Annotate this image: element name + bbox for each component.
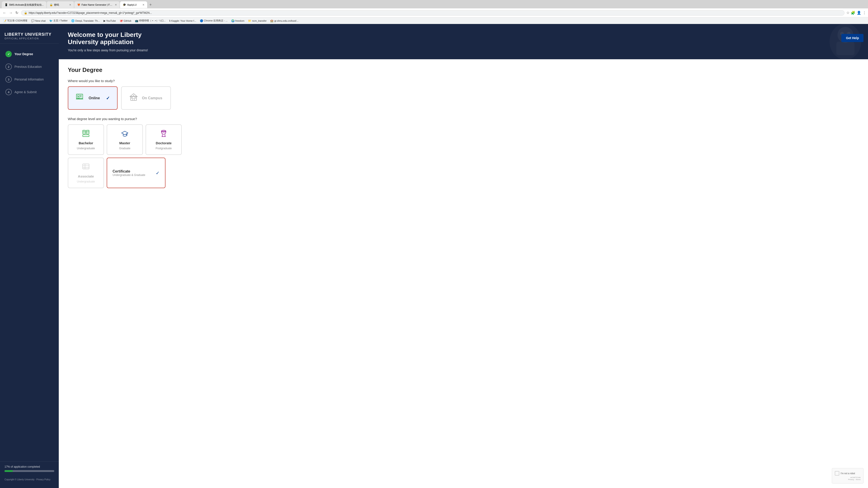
svg-rect-6	[78, 95, 79, 96]
get-help-button[interactable]: Get Help	[841, 34, 864, 42]
tab-title-sms: SMS-Activate是在线接受短信...	[9, 3, 43, 6]
bookmark-ncm[interactable]: 📁 ncm_transfer	[247, 19, 268, 23]
degree-section: What degree level are you wanting to pur…	[68, 117, 859, 188]
step-circle-previous-education: 2	[5, 64, 12, 70]
bookmark-youtube[interactable]: ▶ YouTube	[102, 19, 117, 23]
svg-rect-20	[83, 132, 86, 132]
bookmark-github-label: GitHub	[124, 20, 131, 22]
tab-close-applylu[interactable]: ×	[143, 3, 145, 6]
toolbar-icons: ☆ 🧩 👤 ⋮	[846, 11, 866, 15]
bookmark-twitter-icon: 🐦	[49, 19, 53, 22]
svg-rect-30	[83, 164, 89, 169]
sidebar-item-your-degree[interactable]: ✓ Your Degree	[4, 48, 55, 60]
tab-fakename[interactable]: 🦊 Fake Name Generator | Faux|... ×	[74, 1, 120, 8]
back-button[interactable]: ←	[2, 10, 7, 16]
degree-card-doctorate[interactable]: Doctorate Postgraduate	[146, 124, 182, 155]
bookmark-newchat[interactable]: 💬 New chat	[30, 19, 47, 23]
bookmark-github[interactable]: 🐙 GitHub	[118, 19, 133, 23]
step-label-agree-submit: Agree & Submit	[14, 90, 37, 94]
bookmark-kaggle-label: Kaggle: Your Home f...	[171, 20, 196, 22]
bachelor-title: Bachelor	[79, 141, 93, 145]
svg-rect-24	[83, 135, 89, 136]
step-circle-personal-information: 3	[5, 76, 12, 83]
sidebar: LIBERTY UNIVERSITY OFFICIAL APPLICATION …	[0, 24, 59, 488]
tab-bar: 📱 SMS-Activate是在线接受短信... 🔒 密码 × 🦊 Fake N…	[0, 0, 868, 8]
sidebar-footer: Copyright © Liberty University · Privacy…	[0, 476, 59, 484]
tab-close-fakename[interactable]: ×	[115, 3, 117, 6]
svg-rect-19	[83, 131, 86, 132]
bookmark-twitter-label: 主页 / Twitter	[53, 19, 68, 22]
step-circle-agree-submit: 4	[5, 89, 12, 95]
page: LIBERTY UNIVERSITY OFFICIAL APPLICATION …	[0, 24, 868, 488]
url-text: https://apply.liberty.edu/?acode=C27223&…	[29, 11, 842, 14]
tab-title-fakename: Fake Name Generator | Faux|...	[82, 3, 114, 6]
bookmark-chrome-store[interactable]: 🔵 Chrome 应用商店 - ...	[198, 19, 229, 23]
step-label-personal-information: Personal Information	[14, 78, 43, 81]
svg-rect-2	[836, 41, 855, 55]
doctorate-icon	[160, 129, 168, 139]
doctorate-title: Doctorate	[156, 141, 172, 145]
bookmark-deepl[interactable]: 🌐 DeepL Translate: Th...	[70, 19, 101, 23]
section-title: Your Degree	[68, 66, 859, 73]
bookmark-kaggle-icon: k	[169, 19, 170, 22]
certificate-title: Certificate	[113, 170, 145, 174]
degree-cards-row1: Bachelor Undergraduate Master	[68, 124, 859, 155]
master-title: Master	[119, 141, 130, 145]
bookmark-freedom-label: freedom	[235, 20, 244, 22]
profile-icon[interactable]: 👤	[857, 11, 861, 15]
tab-sms[interactable]: 📱 SMS-Activate是在线接受短信...	[2, 1, 46, 8]
progress-bar-fill	[4, 470, 13, 472]
svg-rect-23	[86, 132, 89, 132]
bookmark-chrome-store-label: Chrome 应用商店 - ...	[204, 19, 228, 22]
bookmark-shnu-icon: 🏫	[270, 19, 274, 22]
step-label-your-degree: Your Degree	[14, 52, 33, 56]
svg-rect-7	[80, 95, 82, 95]
tab-pwd[interactable]: 🔒 密码 ×	[47, 1, 74, 8]
tab-close-pwd[interactable]: ×	[69, 3, 71, 6]
certificate-subtitle: Undergraduate & Graduate	[113, 174, 145, 177]
tab-applylu[interactable]: 🎓 ApplyLU ×	[120, 1, 147, 8]
bachelor-icon	[82, 129, 90, 139]
sidebar-item-personal-information[interactable]: 3 Personal Information	[4, 73, 55, 85]
degree-cards-row2: Associate Undergraduate Certificate Unde…	[68, 158, 859, 188]
bookmark-newchat-label: New chat	[35, 20, 46, 22]
refresh-button[interactable]: ↻	[14, 10, 19, 16]
bookmark-csdn-icon: 📝	[3, 19, 6, 22]
svg-rect-5	[76, 94, 83, 99]
step-circle-your-degree: ✓	[5, 51, 12, 57]
bachelor-subtitle: Undergraduate	[77, 147, 95, 150]
bookmark-bilibili[interactable]: 📺 哔哩哔哩（ • - •）つ口...	[133, 19, 167, 23]
associate-title: Associate	[78, 174, 94, 178]
extensions-icon[interactable]: 🧩	[851, 11, 855, 15]
master-icon	[121, 129, 129, 139]
bookmark-twitter[interactable]: 🐦 主页 / Twitter	[48, 19, 69, 23]
forward-button[interactable]: →	[8, 10, 13, 16]
url-bar[interactable]: 🔒 https://apply.liberty.edu/?acode=C2722…	[21, 10, 844, 16]
new-tab-button[interactable]: +	[148, 2, 154, 7]
browser-chrome: 📱 SMS-Activate是在线接受短信... 🔒 密码 × 🦊 Fake N…	[0, 0, 868, 24]
menu-icon[interactable]: ⋮	[863, 11, 866, 15]
doctorate-subtitle: Postgraduate	[156, 147, 172, 150]
svg-point-17	[133, 95, 134, 96]
svg-rect-22	[86, 131, 89, 132]
tab-favicon-fakename: 🦊	[77, 3, 80, 6]
bookmark-csdn[interactable]: 📝 写文章-CSDN博客	[2, 19, 29, 23]
bookmark-freedom-icon: 🌍	[231, 19, 235, 22]
bookmark-shnu[interactable]: 🏫 gr.shnu.edu.cn/ksxt/...	[269, 19, 300, 23]
bookmark-icon[interactable]: ☆	[846, 11, 849, 15]
degree-card-master[interactable]: Master Graduate	[107, 124, 143, 155]
bookmark-kaggle[interactable]: k Kaggle: Your Home f...	[168, 19, 197, 23]
degree-card-associate[interactable]: Associate Undergraduate	[68, 158, 104, 188]
degree-card-bachelor[interactable]: Bachelor Undergraduate	[68, 124, 104, 155]
campus-label: On Campus	[142, 96, 163, 100]
hero-title: Welcome to your Liberty University appli…	[68, 31, 158, 46]
master-subtitle: Graduate	[119, 147, 130, 150]
degree-card-certificate[interactable]: Certificate Undergraduate & Graduate ✓	[107, 158, 165, 188]
bookmark-freedom[interactable]: 🌍 freedom	[230, 19, 246, 23]
online-label: Online	[89, 96, 102, 100]
bookmark-ncm-icon: 📁	[248, 19, 251, 22]
location-card-on-campus[interactable]: On Campus	[121, 86, 171, 110]
sidebar-item-agree-submit[interactable]: 4 Agree & Submit	[4, 86, 55, 98]
location-card-online[interactable]: Online ✓	[68, 86, 118, 110]
sidebar-item-previous-education[interactable]: 2 Previous Education	[4, 61, 55, 72]
